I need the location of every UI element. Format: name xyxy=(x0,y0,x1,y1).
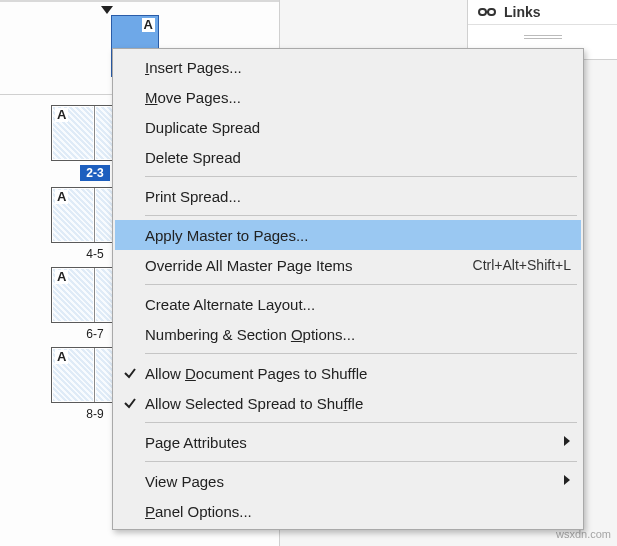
svg-rect-1 xyxy=(488,9,495,15)
menu-item[interactable]: Create Alternate Layout... xyxy=(115,289,581,319)
menu-gutter xyxy=(115,366,145,380)
menu-separator xyxy=(145,176,577,177)
menu-item[interactable]: Allow Document Pages to Shuffle xyxy=(115,358,581,388)
section-marker-icon xyxy=(101,6,113,14)
panel-grip-icon[interactable] xyxy=(468,35,617,45)
menu-item-label: Override All Master Page Items xyxy=(145,257,455,274)
menu-item[interactable]: Page Attributes xyxy=(115,427,581,457)
menu-item[interactable]: Insert Pages... xyxy=(115,52,581,82)
menu-gutter xyxy=(115,396,145,410)
links-panel-header[interactable]: Links xyxy=(468,0,617,25)
menu-item-label: Allow Document Pages to Shuffle xyxy=(145,365,571,382)
menu-separator xyxy=(145,422,577,423)
master-letter-badge: A xyxy=(55,270,68,284)
check-icon xyxy=(123,396,137,410)
menu-item[interactable]: Move Pages... xyxy=(115,82,581,112)
menu-item[interactable]: Apply Master to Pages... xyxy=(115,220,581,250)
master-letter-badge: A xyxy=(55,190,68,204)
menu-separator xyxy=(145,284,577,285)
menu-item-label: Numbering & Section Options... xyxy=(145,326,571,343)
menu-separator xyxy=(145,461,577,462)
menu-item-label: Apply Master to Pages... xyxy=(145,227,571,244)
menu-item[interactable]: Override All Master Page ItemsCtrl+Alt+S… xyxy=(115,250,581,280)
menu-item-label: Allow Selected Spread to Shuffle xyxy=(145,395,571,412)
menu-item-label: Create Alternate Layout... xyxy=(145,296,571,313)
page-label: 2-3 xyxy=(80,165,109,181)
menu-item[interactable]: View Pages xyxy=(115,466,581,496)
menu-item-label: Delete Spread xyxy=(145,149,571,166)
menu-item[interactable]: Panel Options... xyxy=(115,496,581,526)
page-label: 8-9 xyxy=(86,407,103,421)
menu-item-label: Panel Options... xyxy=(145,503,571,520)
master-letter-badge: A xyxy=(55,350,68,364)
menu-shortcut: Ctrl+Alt+Shift+L xyxy=(473,257,571,273)
master-letter-badge: A xyxy=(142,18,155,32)
context-menu: Insert Pages...Move Pages...Duplicate Sp… xyxy=(112,48,584,530)
links-panel-title: Links xyxy=(504,4,541,20)
check-icon xyxy=(123,366,137,380)
menu-item-label: Page Attributes xyxy=(145,434,555,451)
links-icon xyxy=(478,6,496,18)
svg-rect-0 xyxy=(479,9,486,15)
submenu-arrow-icon xyxy=(555,434,571,450)
menu-item[interactable]: Allow Selected Spread to Shuffle xyxy=(115,388,581,418)
menu-separator xyxy=(145,353,577,354)
menu-separator xyxy=(145,215,577,216)
page-label: 6-7 xyxy=(86,327,103,341)
menu-item[interactable]: Numbering & Section Options... xyxy=(115,319,581,349)
menu-item-label: Print Spread... xyxy=(145,188,571,205)
submenu-arrow-icon xyxy=(555,473,571,489)
menu-item-label: Insert Pages... xyxy=(145,59,571,76)
menu-item-label: View Pages xyxy=(145,473,555,490)
page-label: 4-5 xyxy=(86,247,103,261)
menu-item[interactable]: Print Spread... xyxy=(115,181,581,211)
menu-item[interactable]: Delete Spread xyxy=(115,142,581,172)
menu-item-label: Move Pages... xyxy=(145,89,571,106)
panel-divider xyxy=(0,0,279,2)
menu-item-label: Duplicate Spread xyxy=(145,119,571,136)
master-letter-badge: A xyxy=(55,108,68,122)
menu-item[interactable]: Duplicate Spread xyxy=(115,112,581,142)
